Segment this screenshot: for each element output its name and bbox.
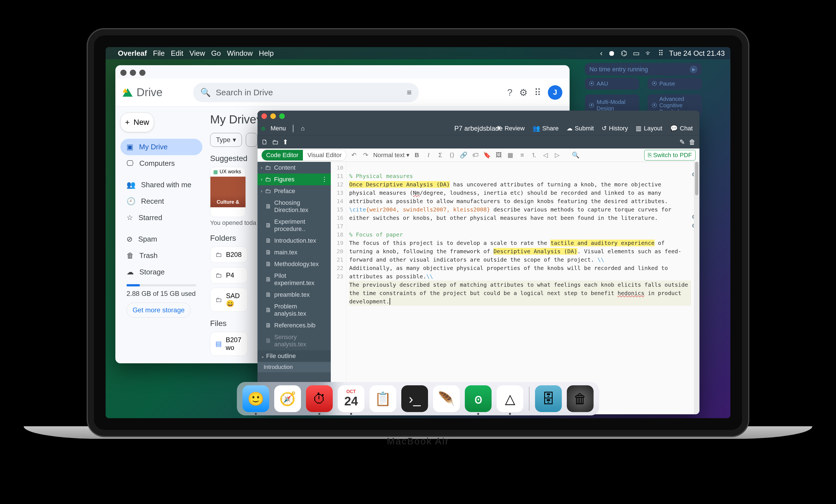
trash-icon[interactable]: 🗑 <box>567 385 593 412</box>
file-item[interactable]: 🗎 main.tex <box>258 247 331 258</box>
menu-button[interactable]: Menu <box>268 123 289 134</box>
home-icon[interactable]: ⌂ <box>298 123 307 134</box>
toggl-label-pause[interactable]: ⦿ Pause <box>648 78 702 90</box>
image-icon[interactable]: 🖼 <box>495 152 503 159</box>
italic-icon[interactable]: I <box>424 152 433 159</box>
folder-figures[interactable]: ›🗀 Figures⋮ <box>258 174 331 185</box>
maximize-icon[interactable] <box>279 113 285 119</box>
file-item[interactable]: 🗎 Introduction.tex <box>258 235 331 247</box>
drive-logo[interactable]: Drive <box>122 86 163 99</box>
upload-icon[interactable]: ⬆ <box>283 138 288 146</box>
gear-icon[interactable]: ⚙ <box>519 87 528 98</box>
file-item[interactable]: 🗎 References.bib <box>258 319 331 331</box>
finder-icon[interactable]: 🙂 <box>243 385 269 412</box>
link-icon[interactable]: 🔗 <box>459 152 468 159</box>
drive-search-input[interactable]: 🔍 Search in Drive ≡ <box>193 83 419 102</box>
apps-grid-icon[interactable]: ⠿ <box>534 87 541 98</box>
toggl-timer-widget[interactable]: No time entry running ▸ <box>585 63 702 76</box>
safari-icon[interactable]: 🧭 <box>274 385 301 412</box>
file-outline-header[interactable]: ⌄File outline <box>258 350 331 362</box>
calendar-icon[interactable]: OCT24 <box>338 385 364 412</box>
chevron-left-icon[interactable]: ‹ <box>600 49 603 58</box>
history-button[interactable]: ↺ History <box>599 123 631 134</box>
terminal-icon[interactable]: ›_ <box>401 385 428 412</box>
filter-chip[interactable] <box>246 133 258 147</box>
app-name[interactable]: Overleaf <box>118 49 147 58</box>
textedit-icon[interactable]: 🪶 <box>433 385 460 412</box>
overleaf-dock-icon[interactable]: ꙩ <box>465 385 492 412</box>
play-icon[interactable]: ▸ <box>690 65 698 73</box>
nav-computers[interactable]: 🖵 Computers <box>120 155 202 172</box>
maximize-icon[interactable] <box>139 70 146 76</box>
search-filters-icon[interactable]: ≡ <box>407 88 412 97</box>
avatar[interactable]: J <box>548 85 562 100</box>
file-item[interactable]: 🗎 Problem analysis.tex <box>258 301 331 319</box>
menu-view[interactable]: View <box>190 49 205 58</box>
folder-item[interactable]: 🗀B208 <box>210 247 248 263</box>
file-item[interactable]: 🗎 preamble.tex <box>258 289 331 301</box>
math-icon[interactable]: Σ <box>436 152 444 159</box>
search-icon[interactable]: 🔍 <box>572 152 580 159</box>
toggl-label-aau[interactable]: ⦿ AAU <box>585 78 639 90</box>
folder-content[interactable]: ›🗀 Content <box>258 162 331 174</box>
nav-spam[interactable]: ⊘ Spam <box>120 231 202 247</box>
menu-help[interactable]: Help <box>259 49 274 58</box>
code-icon[interactable]: ⟨⟩ <box>448 152 456 159</box>
close-icon[interactable] <box>261 113 267 119</box>
folder-preface[interactable]: ›🗀 Preface <box>258 185 331 197</box>
submit-button[interactable]: ☁ Submit <box>564 123 596 134</box>
nav-starred[interactable]: ☆ Starred <box>120 210 202 226</box>
number-list-icon[interactable]: ⒈ <box>530 151 538 159</box>
battery-icon[interactable]: ▭ <box>633 49 640 58</box>
tab-code-editor[interactable]: Code Editor <box>262 150 303 160</box>
file-item[interactable]: 🗎 Experiment procedure.. <box>258 216 331 235</box>
new-button[interactable]: +New <box>120 113 154 132</box>
switch-to-pdf-button[interactable]: ⎘ Switch to PDF <box>644 150 696 160</box>
menu-file[interactable]: File <box>153 49 165 58</box>
minimize-icon[interactable] <box>130 70 136 76</box>
redo-icon[interactable]: ↷ <box>361 152 370 159</box>
google-drive-dock-icon[interactable]: △ <box>497 385 523 412</box>
indent-icon[interactable]: ▷ <box>553 152 562 159</box>
editor-scrollbar[interactable] <box>694 162 700 414</box>
kebab-icon[interactable]: ⋮ <box>321 176 327 183</box>
file-item[interactable]: ▤B207 wo <box>210 332 248 356</box>
toggl-menubar-icon[interactable]: ⏺ <box>608 49 615 58</box>
undo-icon[interactable]: ↶ <box>350 152 358 159</box>
file-item[interactable]: 🗎 Choosing Direction.tex <box>258 197 331 216</box>
menu-go[interactable]: Go <box>211 49 221 58</box>
nav-my-drive[interactable]: ▣ My Drive <box>120 139 202 155</box>
file-item[interactable]: 🗎 Sensory analysis.tex <box>258 331 331 350</box>
filter-type-chip[interactable]: Type ▾ <box>210 133 242 147</box>
close-icon[interactable] <box>120 70 127 76</box>
help-icon[interactable]: ? <box>507 87 512 98</box>
nav-shared[interactable]: 👥 Shared with me <box>120 177 202 193</box>
outline-item[interactable]: Introduction <box>258 362 331 372</box>
nav-recent[interactable]: 🕘 Recent <box>120 193 202 210</box>
outdent-icon[interactable]: ◁ <box>542 152 550 159</box>
downloads-folder-icon[interactable]: 🗄 <box>535 385 562 412</box>
menu-window[interactable]: Window <box>227 49 252 58</box>
hammerspoon-icon[interactable]: ⌬ <box>621 49 627 58</box>
table-icon[interactable]: ▦ <box>506 152 515 159</box>
layout-button[interactable]: ▥ Layout <box>633 123 665 134</box>
nav-storage[interactable]: ☁ Storage <box>120 264 202 280</box>
ref-icon[interactable]: 🔖 <box>483 152 491 159</box>
folder-item[interactable]: 🗀SAD 😄 <box>210 288 248 312</box>
rename-icon[interactable]: ✎ <box>679 138 685 146</box>
nav-trash[interactable]: 🗑 Trash <box>120 247 202 264</box>
chat-button[interactable]: 💬 Chat <box>667 123 696 134</box>
trash-icon[interactable]: 🗑 <box>689 138 696 146</box>
bullet-list-icon[interactable]: ≡ <box>518 152 526 159</box>
tab-visual-editor[interactable]: Visual Editor <box>303 150 346 160</box>
file-item[interactable]: 🗎 Pilot experiment.tex <box>258 270 331 289</box>
folder-item[interactable]: 🗀P4 <box>210 267 248 283</box>
paragraph-style-dropdown[interactable]: Normal text ▾ <box>373 152 410 159</box>
wifi-icon[interactable]: ᯤ <box>645 49 653 58</box>
cite-icon[interactable]: 🏷 <box>471 152 480 159</box>
minimize-icon[interactable] <box>270 113 276 119</box>
get-more-storage-button[interactable]: Get more storage <box>127 303 191 317</box>
new-file-icon[interactable]: 🗋 <box>261 138 268 146</box>
toggl-icon[interactable]: ⏱ <box>306 385 333 412</box>
menubar-datetime[interactable]: Tue 24 Oct 21.43 <box>669 49 725 58</box>
